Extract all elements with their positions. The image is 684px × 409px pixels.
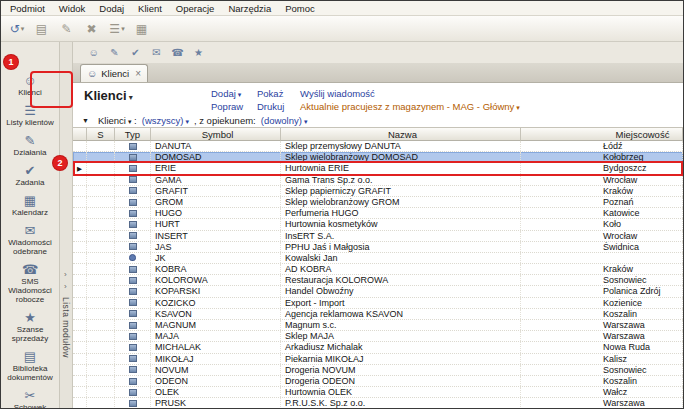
sidebar-item-label: Szanse sprzedaży	[3, 325, 57, 343]
sidebar-item-schowek[interactable]: ✂ Schowek	[2, 386, 58, 409]
chevron-right-icon[interactable]: ›	[64, 270, 67, 279]
pencil-icon: ✎	[61, 22, 71, 36]
menu-item[interactable]: Narzędzia	[221, 3, 278, 14]
close-icon[interactable]: ×	[133, 69, 141, 79]
tab-klienci[interactable]: ☺ Klienci ×	[80, 64, 148, 82]
type-cell	[115, 186, 151, 196]
add-sms-button[interactable]: ☎	[169, 45, 186, 61]
table-row[interactable]: NOVUM Drogeria NOVUM Sosnowiec	[73, 365, 683, 376]
add-action-button[interactable]: ✎	[106, 45, 123, 61]
column-chooser-icon[interactable]: ▼	[82, 117, 89, 124]
menu-item[interactable]: Klient	[131, 3, 169, 14]
column-header-typ[interactable]: Typ	[115, 127, 151, 141]
sidebar-item-dzialania[interactable]: ✎ Działania	[2, 131, 58, 159]
filter-all-dropdown[interactable]: (wszyscy)▾	[142, 115, 189, 126]
send-message-link[interactable]: Wyślij wiadomość	[300, 88, 375, 99]
show-link[interactable]: Pokaż	[257, 88, 283, 99]
city-cell: Kozienice	[521, 298, 683, 308]
table-row[interactable]: MICHALAK Arkadiusz Michalak Nowa Ruda	[73, 342, 683, 353]
edit-button[interactable]: ✎	[56, 19, 78, 39]
sidebar-item-sms-wiadomosci-robocze[interactable]: ☎ SMS Wiadomości robocze	[2, 260, 58, 306]
table-row[interactable]: PRUSK P.R.U.S.K. Sp.z o.o. Warszawa	[73, 398, 683, 408]
name-cell: Hurtownia kosmetyków	[281, 219, 521, 229]
table-row[interactable]: GAMA Gama Trans Sp.z o.o. Wrocław	[73, 175, 683, 186]
column-header-miejscowosc[interactable]: Miejscowość	[521, 127, 683, 141]
sidebar-item-listy-klientow[interactable]: ☰ Listy klientów	[2, 101, 58, 129]
company-icon	[129, 366, 137, 373]
column-header-nazwa[interactable]: Nazwa	[281, 127, 521, 141]
warehouse-link[interactable]: Aktualnie pracujesz z magazynem - MAG - …	[300, 101, 520, 112]
menu-item[interactable]: Pomoc	[278, 3, 322, 14]
city-cell	[521, 253, 683, 263]
company-icon	[129, 344, 137, 351]
table-row[interactable]: HUGO Perfumeria HUGO Katowice	[73, 208, 683, 219]
table-row[interactable]: GRAFIT Sklep papierniczy GRAFIT Kraków	[73, 186, 683, 197]
table-row[interactable]: GROM Sklep wielobranżowy GROM Poznań	[73, 197, 683, 208]
table-row[interactable]: ▶ ERIE Hurtownia ERIE Bydgoszcz	[73, 163, 683, 174]
table-row[interactable]: MAGNUM Magnum s.c. Warszawa	[73, 320, 683, 331]
sidebar-item-szanse-sprzedazy[interactable]: ★ Szanse sprzedaży	[2, 308, 58, 345]
table-row[interactable]: KOLOROWA Restauracja KOLOROWA Sosnowiec	[73, 275, 683, 286]
symbol-cell: KOLOROWA	[151, 275, 281, 285]
sidebar-item-kalendarz[interactable]: ▦ Kalendarz	[2, 191, 58, 219]
city-cell: Kalisz	[521, 354, 683, 364]
print-button[interactable]: ▦	[131, 19, 153, 39]
symbol-cell: HURT	[151, 219, 281, 229]
nav-back-button[interactable]: ↺▾	[6, 19, 28, 39]
column-header-symbol[interactable]: Symbol	[151, 127, 281, 141]
type-cell	[115, 163, 151, 173]
table-row[interactable]: KOPARSKI Handel Obwoźny Polanica Zdrój	[73, 286, 683, 297]
operations-button[interactable]: ☰▾	[106, 19, 128, 39]
table-row[interactable]: MAJA Sklep MAJA Warszawa	[73, 331, 683, 342]
menu-item[interactable]: Dodaj	[92, 3, 131, 14]
add-client-button[interactable]: ☺	[85, 45, 102, 61]
table-row[interactable]: KOBRA AD KOBRA Kraków	[73, 264, 683, 275]
type-cell	[115, 398, 151, 408]
table-row[interactable]: DOMOSAD Sklep wielobranżowy DOMOSAD Koło…	[73, 152, 683, 163]
table-row[interactable]: MIKOŁAJ Piekarnia MIKOŁAJ Kalisz	[73, 354, 683, 365]
city-cell: Poznań	[521, 197, 683, 207]
sidebar-item-zadania[interactable]: ✔ Zadania	[2, 161, 58, 189]
sidebar-item-wiadomosci-odebrane[interactable]: ✉ Wiadomości odebrane	[2, 221, 58, 258]
table-row[interactable]: KOZICKO Export - Import Kozienice	[73, 298, 683, 309]
name-cell: PPHU Jaś i Małgosia	[281, 242, 521, 252]
company-icon	[129, 199, 137, 206]
add-link[interactable]: Dodaj▾	[211, 88, 241, 99]
sidebar-item-klienci[interactable]: ☺ Klienci	[2, 71, 58, 99]
table-body: DANUTA Sklep przemysłowy DANUTA Łódź DOM…	[73, 141, 683, 408]
column-header-s[interactable]: S	[87, 127, 115, 141]
table-row[interactable]: OLEK Hurtownia OLEK Wałcz	[73, 387, 683, 398]
table-row[interactable]: KSAVON Agencja reklamowa KSAVON Koszalin	[73, 309, 683, 320]
name-cell: Export - Import	[281, 298, 521, 308]
page-title[interactable]: Klienci▾	[84, 88, 133, 103]
new-document-button[interactable]: ▤	[31, 19, 53, 39]
add-message-button[interactable]: ✉	[148, 45, 165, 61]
filter-clients-dropdown[interactable]: Klienci▾ :	[98, 115, 137, 126]
table-row[interactable]: JAS PPHU Jaś i Małgosia Świdnica	[73, 242, 683, 253]
sidebar-item-biblioteka-dokumentow[interactable]: ▤ Biblioteka dokumentów	[2, 347, 58, 384]
row-selector-cell	[73, 398, 87, 408]
table-row[interactable]: JK Kowalski Jan	[73, 253, 683, 264]
print-link[interactable]: Drukuj	[257, 101, 284, 112]
edit-link[interactable]: Popraw	[211, 101, 243, 112]
sidebar-item-label: Schowek	[14, 403, 46, 409]
status-cell	[87, 387, 115, 397]
table-row[interactable]: ODEON Drogeria ODEON Koszalin	[73, 376, 683, 387]
modules-panel-strip[interactable]: › › Lista modułów	[59, 42, 73, 408]
menu-item[interactable]: Widok	[52, 3, 92, 14]
menu-item[interactable]: Podmiot	[3, 3, 52, 14]
table-row[interactable]: INSERT InsERT S.A. Wrocław	[73, 231, 683, 242]
filter-caretaker-dropdown[interactable]: (dowolny)▾	[261, 115, 308, 126]
menu-item[interactable]: Operacje	[169, 3, 222, 14]
name-cell: InsERT S.A.	[281, 231, 521, 241]
modules-panel-label: Lista modułów	[61, 297, 71, 358]
panel-header: Klienci▾ Dodaj▾ Popraw Pokaż Drukuj Wyśl…	[73, 83, 683, 113]
table-row[interactable]: HURT Hurtownia kosmetyków Koło	[73, 219, 683, 230]
row-selector-cell	[73, 186, 87, 196]
chevron-right-icon[interactable]: ›	[64, 282, 67, 291]
add-opportunity-button[interactable]: ★	[190, 45, 207, 61]
delete-button[interactable]: ✖	[81, 19, 103, 39]
type-cell	[115, 376, 151, 386]
table-row[interactable]: DANUTA Sklep przemysłowy DANUTA Łódź	[73, 141, 683, 152]
add-task-button[interactable]: ✔	[127, 45, 144, 61]
